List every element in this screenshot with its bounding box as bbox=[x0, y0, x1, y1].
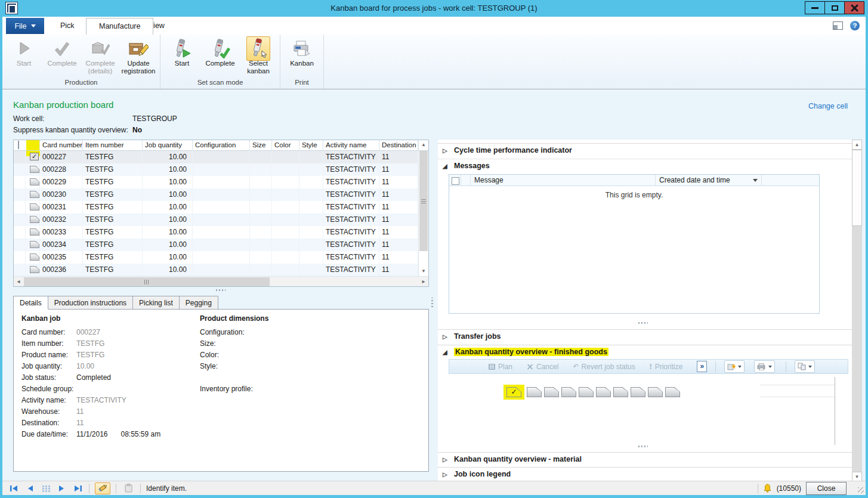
complete-details-button[interactable]: Complete (details) bbox=[81, 36, 119, 75]
section-messages[interactable]: Messages bbox=[438, 159, 852, 172]
scan-start-button[interactable]: Start bbox=[163, 36, 201, 67]
update-registration-button[interactable]: Update registration bbox=[119, 36, 157, 75]
kanban-overview-card[interactable] bbox=[613, 387, 628, 397]
scroll-right-icon[interactable]: ▸ bbox=[419, 277, 428, 286]
grid-vertical-scrollbar[interactable]: ▲ ▼ bbox=[418, 140, 428, 276]
section-job-icon-legend[interactable]: Job icon legend bbox=[438, 467, 852, 481]
splitter-handle[interactable] bbox=[638, 446, 648, 447]
table-row[interactable]: ✓000227TESTFG10.00TESTACTIVITY11 bbox=[14, 151, 428, 163]
kanban-overview-card[interactable]: ✓ bbox=[506, 387, 521, 397]
splitter-handle[interactable] bbox=[216, 289, 226, 291]
splitter-handle[interactable] bbox=[638, 322, 648, 324]
print-dropdown-button[interactable] bbox=[754, 360, 775, 373]
table-row[interactable]: 000230TESTFG10.00TESTACTIVITY11 bbox=[14, 188, 428, 201]
column-header[interactable]: Activity name bbox=[323, 140, 379, 151]
scroll-thumb[interactable] bbox=[24, 277, 270, 286]
next-record-button[interactable] bbox=[57, 484, 67, 493]
kanban-overview-card[interactable] bbox=[579, 387, 594, 397]
spacer bbox=[200, 372, 343, 383]
tab-production-instructions[interactable]: Production instructions bbox=[48, 296, 133, 310]
table-row[interactable]: 000229TESTFG10.00TESTACTIVITY11 bbox=[14, 176, 428, 188]
grid-body: ✓000227TESTFG10.00TESTACTIVITY11000228TE… bbox=[14, 151, 428, 276]
scroll-thumb[interactable] bbox=[852, 150, 862, 226]
plan-icon bbox=[489, 364, 495, 370]
message-column-header[interactable]: Message bbox=[471, 175, 656, 185]
complete-button[interactable]: Complete bbox=[43, 36, 81, 67]
section-transfer-jobs[interactable]: Transfer jobs bbox=[438, 329, 852, 343]
kanban-overview-card[interactable] bbox=[596, 387, 611, 397]
column-header[interactable]: Item number bbox=[83, 140, 143, 151]
column-header[interactable]: Destination bbox=[379, 140, 418, 151]
table-row[interactable]: 000231TESTFG10.00TESTACTIVITY11 bbox=[14, 201, 428, 214]
table-row[interactable]: 000228TESTFG10.00TESTACTIVITY11 bbox=[14, 163, 428, 176]
scroll-left-icon[interactable]: ◂ bbox=[14, 277, 23, 286]
kanban-overview-card[interactable] bbox=[631, 387, 645, 397]
created-column-header[interactable]: Created date and time bbox=[656, 175, 762, 185]
scroll-down-icon[interactable]: ▼ bbox=[419, 267, 428, 276]
scan-complete-button[interactable]: Complete bbox=[201, 36, 239, 67]
section-fg-overview[interactable]: Kanban quantity overview - finished good… bbox=[438, 345, 852, 358]
ribbon-group-print: Kanban Print bbox=[280, 35, 324, 89]
notification-bell-icon[interactable] bbox=[763, 484, 772, 493]
file-tab-label: File bbox=[14, 22, 26, 30]
print-kanban-button[interactable]: Kanban bbox=[283, 36, 321, 67]
view-dropdown-button[interactable] bbox=[795, 360, 815, 373]
scroll-thumb[interactable] bbox=[419, 151, 428, 251]
table-row[interactable]: 000236TESTFG10.00TESTACTIVITY11 bbox=[14, 264, 428, 276]
column-header[interactable]: Card number bbox=[40, 140, 83, 151]
first-record-button[interactable] bbox=[8, 484, 19, 493]
previous-record-button[interactable] bbox=[24, 484, 35, 493]
scroll-down-icon[interactable]: ▼ bbox=[852, 472, 862, 481]
column-header[interactable]: Color bbox=[272, 140, 299, 151]
select-all-checkbox[interactable] bbox=[18, 141, 19, 149]
last-record-button[interactable] bbox=[73, 484, 84, 493]
tab-manufacture[interactable]: Manufacture bbox=[86, 18, 153, 35]
kanban-overview-card[interactable] bbox=[665, 387, 680, 397]
column-header[interactable]: Style bbox=[299, 140, 323, 151]
scroll-up-icon[interactable]: ▲ bbox=[852, 140, 862, 150]
panel-vertical-scrollbar[interactable]: ▲ ▼ bbox=[852, 140, 862, 481]
start-button[interactable]: Start bbox=[5, 36, 43, 67]
messages-select-all-checkbox[interactable] bbox=[452, 177, 459, 185]
column-header[interactable]: Configuration bbox=[193, 140, 250, 151]
layout-icon[interactable] bbox=[833, 21, 843, 30]
filter-dropdown-icon[interactable] bbox=[753, 179, 758, 182]
suppress-value: No bbox=[132, 126, 142, 134]
tab-pick[interactable]: Pick bbox=[48, 18, 87, 35]
tab-picking-list[interactable]: Picking list bbox=[133, 296, 180, 310]
change-cell-link[interactable]: Change cell bbox=[808, 102, 848, 110]
pane-splitter-handle[interactable] bbox=[431, 298, 433, 307]
kanban-overview-card[interactable] bbox=[544, 387, 559, 397]
kanban-overview-card[interactable] bbox=[561, 387, 576, 397]
resize-grip[interactable] bbox=[858, 487, 864, 493]
tab-details[interactable]: Details bbox=[13, 296, 48, 310]
section-material-overview[interactable]: Kanban quantity overview - material bbox=[438, 452, 852, 466]
table-row[interactable]: 000235TESTFG10.00TESTACTIVITY11 bbox=[14, 251, 428, 264]
section-cycle-time[interactable]: Cycle time performance indicator bbox=[438, 143, 852, 157]
cancel-button[interactable]: Cancel bbox=[527, 363, 558, 371]
attach-document-button[interactable] bbox=[122, 483, 135, 494]
tab-file[interactable]: File bbox=[6, 18, 44, 34]
prioritize-button[interactable]: ! Prioritize bbox=[650, 363, 683, 371]
table-row[interactable]: 000233TESTFG10.00TESTACTIVITY11 bbox=[14, 226, 428, 239]
revert-job-status-button[interactable]: ↶ Revert job status bbox=[573, 363, 635, 371]
edit-record-button[interactable] bbox=[95, 482, 110, 494]
column-header[interactable]: Size bbox=[250, 140, 272, 151]
tab-pegging[interactable]: Pegging bbox=[180, 296, 218, 310]
minimize-button[interactable] bbox=[805, 1, 825, 14]
plan-button[interactable]: Plan bbox=[489, 363, 512, 371]
select-kanban-button[interactable]: Select kanban bbox=[239, 36, 277, 75]
toolbar-overflow-button[interactable] bbox=[697, 361, 707, 372]
table-row[interactable]: 000234TESTFG10.00TESTACTIVITY11 bbox=[14, 239, 428, 251]
close-button[interactable]: Close bbox=[806, 482, 847, 495]
close-window-button[interactable] bbox=[844, 1, 864, 14]
new-dropdown-button[interactable] bbox=[724, 360, 745, 373]
table-row[interactable]: 000232TESTFG10.00TESTACTIVITY11 bbox=[14, 214, 428, 226]
grid-view-button[interactable] bbox=[41, 484, 51, 493]
help-icon[interactable] bbox=[850, 21, 860, 30]
maximize-button[interactable] bbox=[824, 1, 845, 14]
grid-horizontal-scrollbar[interactable]: ◂ ▸ bbox=[14, 276, 428, 286]
column-header[interactable]: Job quantity bbox=[143, 140, 193, 151]
kanban-overview-card[interactable] bbox=[527, 387, 542, 397]
kanban-overview-card[interactable] bbox=[648, 387, 663, 397]
